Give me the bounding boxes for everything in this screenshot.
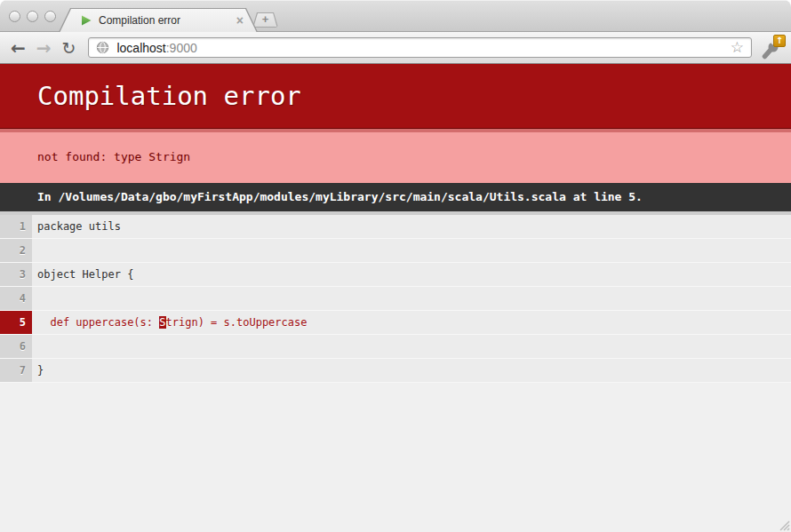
error-marker: S [159,316,165,329]
line-number: 2 [0,239,32,262]
line-code [32,335,791,358]
address-bar[interactable]: localhost:9000 ☆ [88,37,752,58]
update-badge-icon: ↑ [773,35,786,47]
url-host: localhost [116,41,165,55]
page-title: Compilation error [0,64,791,129]
line-code: } [32,359,791,382]
code-line-5-error: 5 def uppercase(s: Strign) = s.toUpperca… [0,311,791,335]
code-line-6: 6 [0,335,791,359]
code-listing: 1 package utils 2 3 object Helper { 4 5 … [0,211,791,383]
code-line-4: 4 [0,287,791,311]
url-text[interactable]: localhost:9000 [116,41,196,55]
line-code: package utils [32,215,791,238]
line-number: 3 [0,263,32,286]
line-code [32,287,791,310]
code-before-marker: def uppercase(s: [37,316,159,329]
code-line-2: 2 [0,239,791,263]
play-favicon-icon [80,14,92,27]
bookmark-star-icon[interactable]: ☆ [731,40,744,55]
code-line-7: 7 } [0,359,791,383]
url-port: :9000 [166,41,197,55]
error-detail: not found: type Strign [0,129,791,183]
line-number: 1 [0,215,32,238]
code-after-marker: trign) = s.toUppercase [166,316,308,329]
tab-close-icon[interactable]: × [236,14,244,27]
code-line-1: 1 package utils [0,215,791,239]
tab-title: Compilation error [99,14,180,27]
line-number: 7 [0,359,32,382]
browser-window: Compilation error × + ← → ↻ localhost:90… [0,0,791,532]
minimize-window-button[interactable] [27,11,38,22]
line-code: object Helper { [32,263,791,286]
line-number: 5 [0,311,32,334]
error-page: Compilation error not found: type Strign… [0,64,791,532]
back-button[interactable]: ← [5,39,31,57]
line-number: 6 [0,335,32,358]
line-code [32,239,791,262]
reload-button[interactable]: ↻ [57,39,82,57]
error-location: In /Volumes/Data/gbo/myFirstApp/modules/… [0,183,791,211]
settings-menu-button[interactable]: ↑ [759,35,787,61]
window-controls [9,11,56,22]
code-line-3: 3 object Helper { [0,263,791,287]
tab-strip: Compilation error × + [0,0,791,32]
line-code: def uppercase(s: Strign) = s.toUppercase [32,311,791,334]
resize-grip-icon[interactable] [776,517,790,531]
tab-compilation-error[interactable]: Compilation error × [59,8,258,32]
line-number: 4 [0,287,32,310]
forward-button[interactable]: → [31,39,57,57]
zoom-window-button[interactable] [44,11,56,22]
close-window-button[interactable] [9,11,20,22]
toolbar: ← → ↻ localhost:9000 ☆ ↑ [0,32,791,64]
globe-icon [96,41,109,54]
